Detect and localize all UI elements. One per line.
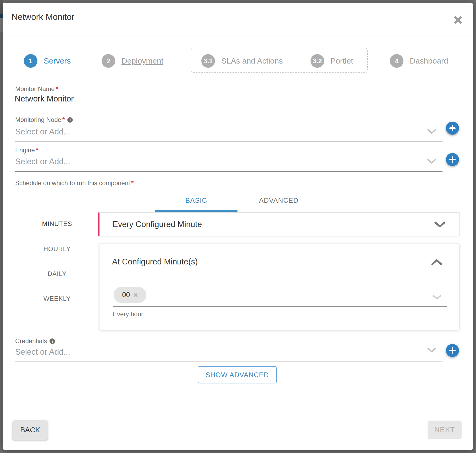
step-servers[interactable]: 1 Servers <box>24 54 71 68</box>
monitoring-node-underline <box>15 141 442 141</box>
add-monitoring-node-button[interactable] <box>446 122 459 135</box>
step-number-badge: 1 <box>24 54 37 68</box>
select-divider <box>423 343 423 357</box>
next-button[interactable]: NEXT <box>428 421 462 439</box>
header-divider <box>3 36 473 36</box>
step-label: Servers <box>44 56 71 65</box>
step-portlet[interactable]: 3.2 Portlet <box>311 54 353 68</box>
chip-remove-icon[interactable]: × <box>133 291 138 299</box>
monitor-name-label: Monitor Name* <box>15 85 58 93</box>
step-number-badge: 2 <box>102 54 115 68</box>
monitoring-node-select[interactable]: Select or Add... <box>15 127 70 137</box>
minute-chip-value: 00 <box>122 291 130 299</box>
inactive-tab-border <box>237 212 320 212</box>
credentials-label: Credentials i <box>15 337 55 345</box>
engine-select[interactable]: Select or Add... <box>15 157 70 166</box>
dialog-title: Network Monitor <box>12 12 74 22</box>
step-number-badge: 3.1 <box>201 54 215 68</box>
schedule-menu-hourly[interactable]: HOURLY <box>26 245 88 253</box>
select-divider <box>428 291 428 303</box>
chevron-down-icon[interactable] <box>427 129 437 134</box>
info-icon: i <box>67 117 73 123</box>
close-icon[interactable] <box>451 13 465 27</box>
schedule-section-label: Schedule on which to run this component* <box>15 179 134 187</box>
step-label: Dashboard <box>410 56 448 65</box>
chevron-down-icon[interactable] <box>427 347 437 353</box>
show-advanced-button[interactable]: SHOW ADVANCED <box>198 366 277 383</box>
schedule-menu-daily[interactable]: DAILY <box>26 270 88 278</box>
tab-advanced[interactable]: ADVANCED <box>237 194 320 207</box>
minutes-input-underline <box>113 306 447 307</box>
chevron-down-icon[interactable] <box>433 295 441 300</box>
network-monitor-dialog: Network Monitor 1 Servers 2 Deployment 3… <box>3 3 473 450</box>
step-slas-and-actions[interactable]: 3.1 SLAs and Actions <box>201 54 283 68</box>
tab-basic[interactable]: BASIC <box>155 194 237 207</box>
monitor-name-input[interactable]: Network Monitor <box>15 94 74 104</box>
chevron-down-icon[interactable] <box>427 158 437 164</box>
step-number-badge: 3.2 <box>311 54 324 68</box>
step-number-badge: 4 <box>390 54 403 68</box>
minute-frequency-select[interactable]: Every Configured Minute <box>98 212 460 236</box>
chevron-up-icon[interactable] <box>431 259 442 265</box>
add-engine-button[interactable] <box>446 153 459 166</box>
select-divider <box>423 155 423 168</box>
chevron-down-icon <box>434 221 446 228</box>
select-divider <box>423 125 423 139</box>
active-tab-indicator <box>155 210 237 212</box>
engine-underline <box>15 171 442 172</box>
monitoring-node-label: Monitoring Node* i <box>15 116 73 123</box>
engine-label: Engine* <box>15 146 38 154</box>
configured-minutes-panel: At Configured Minute(s) 00 × Every hour <box>99 243 460 330</box>
schedule-menu-weekly[interactable]: WEEKLY <box>26 295 88 302</box>
step-label: Deployment <box>121 56 163 65</box>
minute-chip: 00 × <box>114 287 146 303</box>
panel-title: At Configured Minute(s) <box>112 257 198 267</box>
credentials-underline <box>15 361 442 361</box>
add-credentials-button[interactable] <box>446 344 459 357</box>
minute-frequency-value: Every Configured Minute <box>113 220 202 229</box>
schedule-menu-minutes[interactable]: MINUTES <box>26 220 88 228</box>
step-dashboard[interactable]: 4 Dashboard <box>390 54 448 68</box>
step-label: SLAs and Actions <box>221 56 283 65</box>
info-icon: i <box>49 338 55 344</box>
credentials-select[interactable]: Select or Add... <box>15 347 70 357</box>
schedule-helper-text: Every hour <box>113 310 143 318</box>
step-deployment[interactable]: 2 Deployment <box>102 54 163 68</box>
monitor-name-underline <box>15 106 442 106</box>
step-label: Portlet <box>330 56 353 65</box>
back-button[interactable]: BACK <box>13 420 48 440</box>
